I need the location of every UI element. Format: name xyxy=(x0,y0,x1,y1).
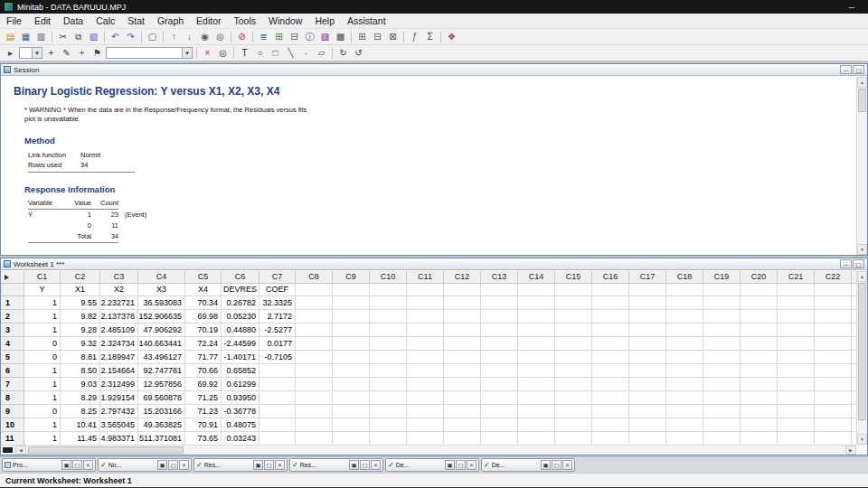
data-cell[interactable] xyxy=(370,310,407,324)
data-cell[interactable] xyxy=(370,418,407,432)
data-cell[interactable] xyxy=(555,432,592,445)
data-cell[interactable] xyxy=(703,432,741,445)
row-header[interactable]: 5 xyxy=(1,351,24,364)
data-cell[interactable] xyxy=(333,324,370,337)
data-cell[interactable] xyxy=(815,324,852,337)
data-cell[interactable] xyxy=(481,337,518,351)
row-header[interactable]: 10 xyxy=(1,418,24,432)
close-button[interactable]: × xyxy=(371,460,381,470)
data-cell[interactable]: 1 xyxy=(24,296,61,310)
data-cell[interactable]: 71.77 xyxy=(185,351,222,364)
data-cell[interactable] xyxy=(518,324,555,337)
data-cell[interactable] xyxy=(666,378,703,391)
data-cell[interactable] xyxy=(629,391,666,405)
data-cell[interactable] xyxy=(815,351,852,364)
maximize-button[interactable]: ▢ xyxy=(264,460,274,470)
data-cell[interactable] xyxy=(629,418,666,432)
data-window-icon[interactable]: ⊞ xyxy=(272,31,286,43)
data-cell[interactable] xyxy=(629,405,666,418)
row-header[interactable]: 9 xyxy=(1,405,24,418)
data-cell[interactable] xyxy=(703,378,741,391)
data-cell[interactable]: 1 xyxy=(24,364,61,378)
ellipse-tool-icon[interactable]: ○ xyxy=(253,47,267,60)
close-button[interactable]: × xyxy=(467,460,476,470)
data-cell[interactable]: 2.324734 xyxy=(100,337,138,351)
variable-name-cell[interactable] xyxy=(666,284,703,296)
maximize-button[interactable]: ▢ xyxy=(168,460,178,470)
variable-name-cell[interactable] xyxy=(815,284,852,296)
data-cell[interactable] xyxy=(741,296,778,310)
variable-name-cell[interactable] xyxy=(333,284,370,296)
data-cell[interactable] xyxy=(481,432,518,445)
stat-guide-icon[interactable]: ❖ xyxy=(445,31,458,43)
data-cell[interactable] xyxy=(481,296,518,310)
data-cell[interactable]: -0.36778 xyxy=(222,405,259,418)
data-cell[interactable]: -2.44599 xyxy=(222,337,259,351)
formula-icon[interactable]: ƒ xyxy=(408,31,421,43)
minimized-window-5[interactable]: ✓De...▣▢× xyxy=(481,458,575,472)
find-next-icon[interactable]: ◎ xyxy=(213,31,227,43)
column-header-c16[interactable]: C16 xyxy=(592,271,629,284)
data-cell[interactable]: 9.03 xyxy=(61,378,100,391)
data-cell[interactable]: 152.906635 xyxy=(138,310,185,324)
data-cell[interactable] xyxy=(444,378,481,391)
worksheet-tab-splitter[interactable] xyxy=(3,447,13,453)
line-tool-icon[interactable]: ╲ xyxy=(284,47,297,60)
data-cell[interactable] xyxy=(592,418,629,432)
data-cell[interactable]: 2.797432 xyxy=(100,405,138,418)
data-cell[interactable] xyxy=(629,432,666,445)
previous-command-icon[interactable]: ↑ xyxy=(167,31,181,43)
menu-calc[interactable]: Calc xyxy=(90,14,121,28)
data-cell[interactable]: 12.957856 xyxy=(138,378,185,391)
data-cell[interactable]: 9.55 xyxy=(61,296,100,310)
reset-view-icon[interactable]: ↺ xyxy=(352,47,365,60)
data-cell[interactable] xyxy=(333,418,370,432)
column-header-c22[interactable]: C22 xyxy=(815,271,852,284)
data-cell[interactable]: 2.137378 xyxy=(100,310,138,324)
data-cell[interactable] xyxy=(370,405,407,418)
data-cell[interactable] xyxy=(666,296,703,310)
data-cell[interactable] xyxy=(333,296,370,310)
menu-window[interactable]: Window xyxy=(262,14,308,28)
data-cell[interactable]: 0.93950 xyxy=(222,391,259,405)
data-cell[interactable]: 49.363825 xyxy=(138,418,185,432)
data-cell[interactable]: 9.28 xyxy=(61,324,100,337)
data-cell[interactable]: 92.747781 xyxy=(138,364,185,378)
data-cell[interactable] xyxy=(666,351,703,364)
close-button[interactable]: × xyxy=(83,460,93,470)
cut-icon[interactable]: ✂ xyxy=(56,31,70,43)
data-cell[interactable] xyxy=(778,337,815,351)
data-cell[interactable] xyxy=(703,324,741,337)
data-cell[interactable] xyxy=(259,378,296,391)
data-cell[interactable] xyxy=(370,391,407,405)
variable-name-cell[interactable] xyxy=(703,284,741,296)
close-graph-icon[interactable]: × xyxy=(201,47,214,60)
data-cell[interactable] xyxy=(370,351,407,364)
restore-button[interactable]: ▣ xyxy=(253,460,263,470)
column-header-c7[interactable]: C7 xyxy=(259,271,296,284)
variable-name-cell[interactable]: DEVRES xyxy=(222,284,259,296)
data-cell[interactable] xyxy=(778,405,815,418)
menu-graph[interactable]: Graph xyxy=(151,14,190,28)
data-cell[interactable]: 511.371081 xyxy=(138,432,185,445)
zoom-tool-icon[interactable]: ◎ xyxy=(216,47,230,60)
session-scroll-thumb[interactable] xyxy=(858,89,866,112)
column-header-c20[interactable]: C20 xyxy=(741,271,778,284)
data-cell[interactable]: 2.312499 xyxy=(100,378,138,391)
data-cell[interactable] xyxy=(629,296,666,310)
variable-name-cell[interactable] xyxy=(444,284,481,296)
data-cell[interactable] xyxy=(296,405,333,418)
data-cell[interactable]: 47.906292 xyxy=(138,324,185,337)
data-cell[interactable] xyxy=(592,337,629,351)
maximize-button[interactable]: ▢ xyxy=(456,460,466,470)
data-cell[interactable] xyxy=(444,364,481,378)
data-cell[interactable] xyxy=(518,310,555,324)
scroll-left-icon[interactable]: ◀ xyxy=(15,446,26,455)
variable-name-cell[interactable]: Y xyxy=(24,284,61,296)
data-cell[interactable] xyxy=(555,391,592,405)
variable-name-cell[interactable]: X3 xyxy=(138,284,185,296)
data-cell[interactable] xyxy=(481,324,518,337)
data-cell[interactable] xyxy=(444,405,481,418)
data-cell[interactable]: 0.65852 xyxy=(222,364,259,378)
data-cell[interactable]: 0.26782 xyxy=(222,296,259,310)
